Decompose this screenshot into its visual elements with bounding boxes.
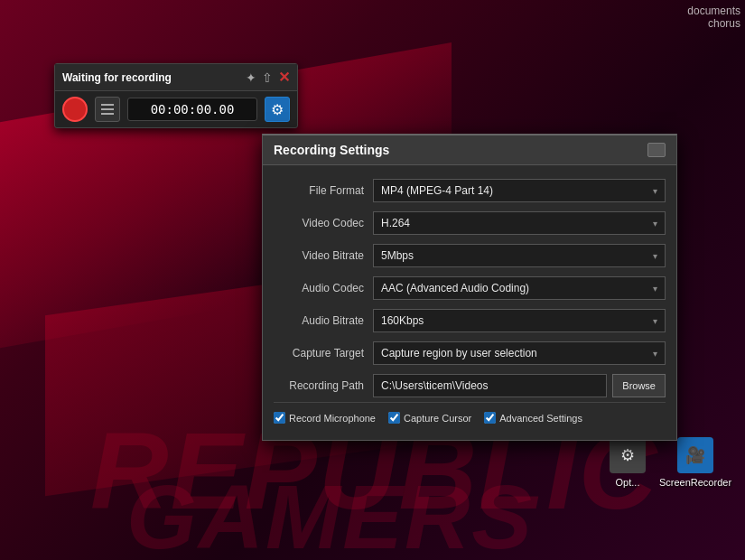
audio-bitrate-row: Audio Bitrate 160Kbps ▾ xyxy=(263,304,676,337)
recording-toolbar: Waiting for recording ✦ ⇧ ✕ 00:00:00.00 … xyxy=(54,63,298,128)
options-icon[interactable]: ⚙ Opt... xyxy=(596,437,659,488)
record-microphone-checkbox[interactable]: Record Microphone xyxy=(274,412,376,424)
video-codec-arrow-icon: ▾ xyxy=(653,219,657,229)
video-bitrate-row: Video Bitrate 5Mbps ▾ xyxy=(263,239,676,272)
dialog-content: File Format MP4 (MPEG-4 Part 14) ▾ Video… xyxy=(263,165,676,440)
menu-button[interactable] xyxy=(95,97,120,122)
settings-button[interactable]: ⚙ xyxy=(265,97,290,122)
options-icon-img: ⚙ xyxy=(610,437,646,473)
file-format-arrow-icon: ▾ xyxy=(653,186,657,196)
audio-bitrate-control[interactable]: 160Kbps ▾ xyxy=(373,309,666,332)
capture-cursor-input[interactable] xyxy=(388,412,400,424)
file-format-control[interactable]: MP4 (MPEG-4 Part 14) ▾ xyxy=(373,179,666,202)
file-format-value: MP4 (MPEG-4 Part 14) xyxy=(381,184,653,197)
screen-recorder-icon-img: 🎥 xyxy=(677,437,713,473)
toolbar-title-icons: ✦ ⇧ ✕ xyxy=(246,69,290,86)
recording-path-row: Recording Path Browse xyxy=(263,369,676,402)
top-right-text: documents chorus xyxy=(687,5,740,30)
capture-target-arrow-icon: ▾ xyxy=(653,349,657,359)
advanced-settings-checkbox[interactable]: Advanced Settings xyxy=(484,412,582,424)
capture-target-control[interactable]: Capture region by user selection ▾ xyxy=(373,341,666,365)
audio-codec-control[interactable]: AAC (Advanced Audio Coding) ▾ xyxy=(373,276,666,300)
move-icon[interactable]: ✦ xyxy=(246,70,256,85)
recording-path-label: Recording Path xyxy=(274,379,373,392)
dialog-title: Recording Settings xyxy=(274,143,389,157)
video-codec-row: Video Codec H.264 ▾ xyxy=(263,207,676,239)
video-bitrate-arrow-icon: ▾ xyxy=(653,251,657,261)
video-bitrate-label: Video Bitrate xyxy=(274,249,373,262)
video-bitrate-value: 5Mbps xyxy=(381,249,653,262)
recording-status-label: Waiting for recording xyxy=(62,71,172,84)
screen-recorder-label: ScreenRecorder xyxy=(659,477,731,488)
file-format-row: File Format MP4 (MPEG-4 Part 14) ▾ xyxy=(263,174,676,207)
video-bitrate-control[interactable]: 5Mbps ▾ xyxy=(373,244,666,267)
recording-path-input[interactable] xyxy=(373,374,607,397)
dialog-divider xyxy=(274,402,666,403)
timer-display: 00:00:00.00 xyxy=(127,98,257,121)
close-icon[interactable]: ✕ xyxy=(278,69,290,86)
audio-codec-value: AAC (Advanced Audio Coding) xyxy=(381,282,653,294)
settings-title-icon[interactable]: ⇧ xyxy=(262,70,273,85)
capture-target-value: Capture region by user selection xyxy=(381,347,653,359)
file-format-label: File Format xyxy=(274,184,373,197)
advanced-settings-label: Advanced Settings xyxy=(499,413,582,424)
video-codec-control[interactable]: H.264 ▾ xyxy=(373,211,666,235)
record-microphone-label: Record Microphone xyxy=(289,413,376,424)
screen-recorder-icon[interactable]: 🎥 ScreenRecorder xyxy=(664,437,727,488)
audio-bitrate-label: Audio Bitrate xyxy=(274,314,373,327)
capture-target-row: Capture Target Capture region by user se… xyxy=(263,337,676,369)
browse-button[interactable]: Browse xyxy=(612,374,666,397)
audio-codec-label: Audio Codec xyxy=(274,282,373,294)
record-microphone-input[interactable] xyxy=(274,412,285,424)
gear-icon: ⚙ xyxy=(271,101,284,118)
audio-bitrate-value: 160Kbps xyxy=(381,314,653,327)
audio-bitrate-arrow-icon: ▾ xyxy=(653,316,657,326)
toolbar-controls: 00:00:00.00 ⚙ xyxy=(55,91,297,127)
record-button[interactable] xyxy=(62,97,88,122)
dialog-titlebar: Recording Settings xyxy=(263,135,676,165)
dialog-restore-button[interactable] xyxy=(647,143,666,157)
audio-codec-arrow-icon: ▾ xyxy=(653,284,657,294)
bg-gamers-text: GAMERS xyxy=(126,465,534,560)
audio-codec-row: Audio Codec AAC (Advanced Audio Coding) … xyxy=(263,272,676,304)
capture-cursor-label: Capture Cursor xyxy=(404,413,471,424)
capture-target-label: Capture Target xyxy=(274,347,373,359)
video-codec-label: Video Codec xyxy=(274,217,373,229)
advanced-settings-input[interactable] xyxy=(484,412,496,424)
toolbar-title-bar: Waiting for recording ✦ ⇧ ✕ xyxy=(55,64,297,91)
settings-dialog: Recording Settings File Format MP4 (MPEG… xyxy=(262,134,677,441)
checkboxes-row: Record Microphone Capture Cursor Advance… xyxy=(263,406,676,431)
capture-cursor-checkbox[interactable]: Capture Cursor xyxy=(388,412,471,424)
options-label: Opt... xyxy=(616,477,640,488)
video-codec-value: H.264 xyxy=(381,217,653,229)
